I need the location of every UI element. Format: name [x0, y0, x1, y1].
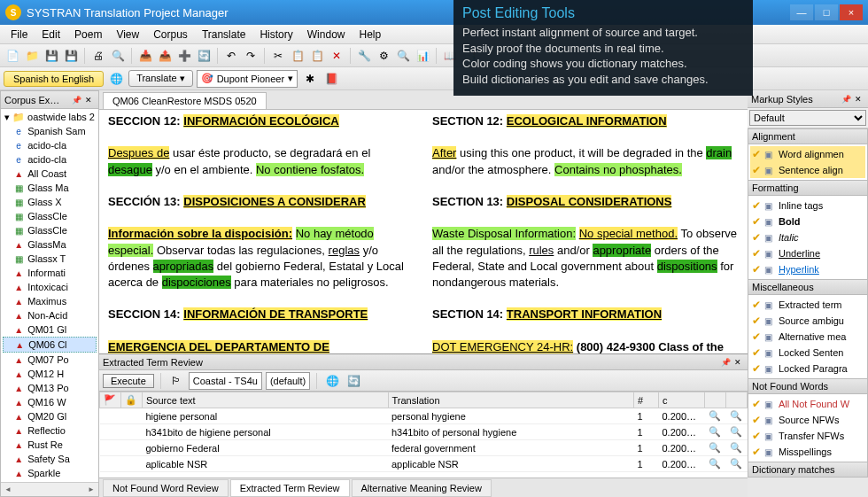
tree-item[interactable]: ▲ QM01 Gl: [3, 322, 97, 337]
tree-item[interactable]: ▲ Informati: [3, 266, 97, 280]
tree-item[interactable]: ▲ Reflectio: [3, 423, 97, 438]
pin-icon[interactable]: 📌: [70, 94, 82, 106]
menu-view[interactable]: View: [109, 26, 146, 43]
menu-file[interactable]: File: [4, 26, 35, 43]
print-icon[interactable]: 🖨: [89, 47, 107, 65]
send-icon[interactable]: 🌐: [323, 372, 341, 390]
close-panel-icon[interactable]: ✕: [82, 94, 95, 106]
markup-item[interactable]: ✔▣Misspellings: [750, 444, 865, 460]
domain-combo[interactable]: (default): [266, 372, 310, 390]
tree-item[interactable]: ▲ Non-Acid: [3, 308, 97, 322]
menu-help[interactable]: Help: [352, 26, 388, 43]
new-icon[interactable]: 📄: [4, 47, 21, 65]
group-alignment[interactable]: Alignment: [748, 128, 868, 144]
filter-icon[interactable]: 🏳: [167, 372, 185, 390]
table-row[interactable]: higiene personalpersonal hygiene10.200…🔍…: [100, 408, 748, 424]
markup-item[interactable]: ✔▣Alternative mea: [750, 329, 865, 345]
copy-icon[interactable]: 📋: [289, 47, 306, 65]
markup-profile-select[interactable]: Default: [749, 110, 866, 126]
markup-item[interactable]: ✔▣Italic: [750, 229, 865, 245]
tree-item[interactable]: e acido-cla: [3, 138, 97, 152]
tree-item[interactable]: ▲ GlassMa: [3, 237, 97, 252]
scrollbar-horizontal[interactable]: [1, 482, 98, 496]
markup-item[interactable]: ✔▣Source NFWs: [750, 412, 865, 428]
col-source[interactable]: Source text: [143, 392, 389, 408]
menu-window[interactable]: Window: [300, 26, 353, 43]
markup-item[interactable]: ✔▣Extracted term: [750, 297, 865, 313]
tab-term-review[interactable]: Extracted Term Review: [230, 479, 350, 497]
col-translation[interactable]: Translation: [388, 392, 634, 408]
tool-b-icon[interactable]: ⚙: [375, 47, 392, 65]
menu-corpus[interactable]: Corpus: [146, 26, 195, 43]
tree-item[interactable]: ▲ Maximus: [3, 294, 97, 308]
tree-item[interactable]: ▲ QM20 Gl: [3, 409, 97, 423]
tree-item[interactable]: ▲ All Coast: [3, 167, 97, 181]
tree-item[interactable]: ▲ QM06 Cl: [3, 337, 97, 353]
swap-lang-icon[interactable]: 🌐: [107, 70, 125, 88]
tree-item[interactable]: ▦ GlassCle: [3, 223, 97, 237]
close-button[interactable]: ×: [840, 4, 863, 20]
redo-icon[interactable]: ↷: [242, 47, 260, 65]
markup-item[interactable]: ✔▣Transfer NFWs: [750, 428, 865, 444]
dict-combo[interactable]: Coastal - TS4u: [189, 372, 262, 390]
language-pair[interactable]: Spanish to English: [4, 71, 104, 87]
open-icon[interactable]: 📁: [23, 47, 41, 65]
settings-icon[interactable]: ✱: [301, 70, 319, 88]
tool-c-icon[interactable]: 🔍: [394, 47, 412, 65]
markup-item[interactable]: ✔▣Underline: [750, 245, 865, 261]
markup-item[interactable]: ✔▣Sentence align: [750, 162, 865, 178]
tree-item[interactable]: ▲ QM12 H: [3, 367, 97, 381]
menu-poem[interactable]: Poem: [67, 26, 109, 43]
save-icon[interactable]: 💾: [43, 47, 60, 65]
menu-history[interactable]: History: [252, 26, 299, 43]
col-lock[interactable]: 🔒: [121, 392, 143, 408]
terms-grid[interactable]: 🚩 🔒 Source text Translation # c higiene …: [99, 392, 748, 478]
tree-item[interactable]: e acido-cla: [3, 152, 97, 167]
dict-icon[interactable]: 📕: [322, 70, 340, 88]
delete-icon[interactable]: ✕: [328, 47, 345, 65]
group-dict[interactable]: Dictionary matches: [748, 462, 868, 478]
paste-icon[interactable]: 📋: [308, 47, 326, 65]
menu-translate[interactable]: Translate: [195, 26, 253, 43]
group-misc[interactable]: Miscellaneous: [748, 279, 868, 295]
pin-icon[interactable]: 📌: [719, 356, 732, 369]
markup-item[interactable]: ✔▣Source ambigu: [750, 313, 865, 329]
group-nfw[interactable]: Not Found Words: [748, 378, 868, 394]
tree-item[interactable]: ▲ Sparkle: [3, 466, 97, 480]
tool-d-icon[interactable]: 📊: [414, 47, 431, 65]
close-panel-icon[interactable]: ✕: [852, 93, 864, 105]
markup-item[interactable]: ✔▣Locked Paragra: [750, 361, 865, 377]
col-flag[interactable]: 🚩: [100, 392, 121, 408]
markup-item[interactable]: ✔▣Word alignmen: [750, 146, 865, 162]
source-document[interactable]: SECCION 12: INFORMACIÓN ECOLÓGICA Despue…: [99, 110, 423, 353]
export-icon[interactable]: 📤: [156, 47, 174, 65]
undo-icon[interactable]: ↶: [222, 47, 240, 65]
tree-item[interactable]: e Spanish Sam: [3, 124, 97, 138]
cut-icon[interactable]: ✂: [269, 47, 287, 65]
add-icon[interactable]: ➕: [175, 47, 193, 65]
import-icon[interactable]: 📥: [136, 47, 154, 65]
tree-item[interactable]: ▦ Glass Ma: [3, 181, 97, 195]
tree-item[interactable]: ▲ QM13 Po: [3, 381, 97, 395]
profile-combo[interactable]: 🎯 Dupont Pioneer ▾: [197, 70, 298, 88]
markup-item[interactable]: ✔▣All Not Found W: [750, 396, 865, 412]
col-count[interactable]: #: [634, 392, 659, 408]
markup-item[interactable]: ✔▣Bold: [750, 214, 865, 229]
tree-item[interactable]: ▲ QM07 Po: [3, 353, 97, 367]
table-row[interactable]: aplicable NSRapplicable NSR10.200…🔍🔍: [100, 456, 748, 472]
tree-item[interactable]: ▦ Glassx T: [3, 252, 97, 266]
tree-item[interactable]: ▲ Rust Re: [3, 438, 97, 452]
maximize-button[interactable]: □: [815, 4, 838, 20]
save-all-icon[interactable]: 💾: [62, 47, 80, 65]
preview-icon[interactable]: 🔍: [109, 47, 127, 65]
markup-item[interactable]: ✔▣Inline tags: [750, 198, 865, 214]
markup-item[interactable]: ✔▣Locked Senten: [750, 345, 865, 361]
markup-item[interactable]: ✔▣Hyperlink: [750, 261, 865, 277]
corpus-tree[interactable]: ▾ 📁 oastwide labs 2 e Spanish Sam e acid…: [1, 109, 98, 482]
refresh-icon[interactable]: 🔄: [195, 47, 213, 65]
tree-item[interactable]: ▲ QM16 W: [3, 395, 97, 409]
group-formatting[interactable]: Formatting: [748, 180, 868, 196]
tab-nfw-review[interactable]: Not Found Word Review: [103, 479, 229, 497]
tree-item[interactable]: ▲ Safety Sa: [3, 452, 97, 466]
tab-alt-meaning[interactable]: Alternative Meaning Review: [352, 479, 492, 497]
